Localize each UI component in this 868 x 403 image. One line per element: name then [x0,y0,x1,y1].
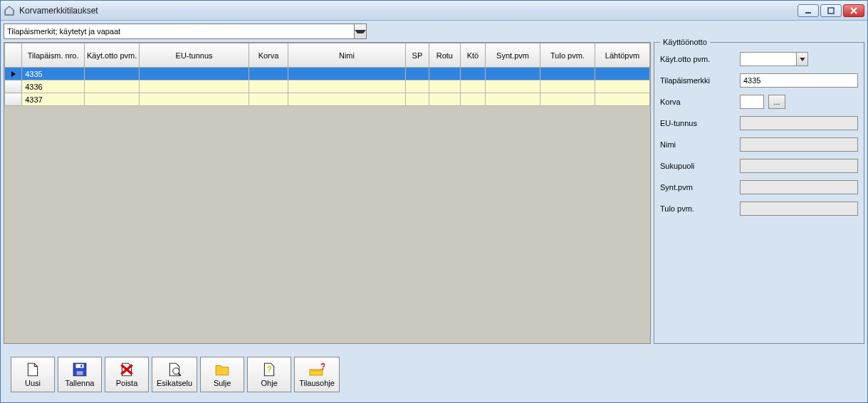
field-label: Tulo pvm. [660,204,740,213]
grid-cell[interactable] [140,68,249,80]
grid-cell[interactable] [249,68,288,80]
window-title: Korvamerkkitilaukset [19,6,798,16]
preview-icon [167,362,182,377]
save-button[interactable]: Tallenna [58,357,102,392]
grid-cell[interactable] [460,68,485,80]
grid-cell[interactable] [540,93,595,106]
row-selector[interactable] [5,68,22,80]
field-label: Sukupuoli [660,162,740,170]
grid-cell[interactable]: 4337 [22,93,85,106]
grid-cell[interactable] [595,93,649,106]
row-selector[interactable] [5,93,22,106]
grid-cell[interactable] [288,93,405,106]
grid-cell[interactable] [288,80,405,93]
grid-cell[interactable] [595,80,649,93]
grid-cell[interactable] [429,93,460,106]
tilapaismerkki-field[interactable]: 4335 [740,73,858,88]
grid-header[interactable]: Tulo pvm. [540,43,595,68]
grid-header[interactable]: Ktö [460,43,485,68]
grid-cell[interactable] [405,93,429,106]
svg-rect-1 [828,8,834,14]
svg-rect-4 [77,371,83,375]
grid-cell[interactable]: 4336 [22,80,85,93]
grid-cell[interactable] [540,68,595,80]
grid-cell[interactable] [405,80,429,93]
grid-cell[interactable] [486,80,540,93]
new-button[interactable]: Uusi [11,357,55,392]
grid-cell[interactable] [486,68,540,80]
panel-legend: Käyttöönotto [660,38,710,46]
field-label: Nimi [660,140,740,149]
preview-button[interactable]: Esikatselu [152,357,197,392]
grid-cell[interactable] [288,68,405,80]
field-label: Käyt.otto pvm. [660,55,740,63]
row-pointer-icon [11,71,16,77]
new-file-icon [25,362,41,377]
grid-header[interactable]: Rotu [429,43,460,68]
grid-cell[interactable]: 4335 [22,68,85,80]
svg-text:?: ? [266,365,271,375]
grid-cell[interactable] [85,68,140,80]
window-controls [798,4,864,17]
help-icon: ? [261,362,277,377]
grid-header[interactable]: Nimi [288,43,405,68]
grid-cell[interactable] [429,68,460,80]
minimize-button[interactable] [798,4,819,17]
titlebar: Korvamerkkitilaukset [1,1,867,21]
grid-cell[interactable] [429,80,460,93]
grid-header[interactable]: Tilapäism. nro. [22,43,85,68]
delete-button[interactable]: Poista [105,357,149,392]
svg-rect-3 [76,364,84,368]
delete-icon [119,362,135,377]
korva-browse-button[interactable]: ... [768,95,785,109]
toolbar: Uusi Tallenna Poista Esikatselu Sulje [4,344,864,399]
grid-header[interactable]: Käyt.otto pvm. [85,43,140,68]
grid-cell[interactable] [85,80,140,93]
row-selector[interactable] [5,80,22,93]
grid-cell[interactable] [140,80,249,93]
grid-cell[interactable] [405,68,429,80]
grid-cell[interactable] [85,93,140,106]
grid-cell[interactable] [249,93,288,106]
folder-icon [214,362,230,377]
grid-header[interactable]: SP [405,43,429,68]
grid-header[interactable]: Korva [249,43,288,68]
svg-rect-0 [805,12,811,14]
ruler-help-icon: ? [309,362,325,377]
order-guide-button[interactable]: ? Tilausohje [294,357,340,392]
app-icon [4,5,15,16]
help-button[interactable]: ? Ohje [247,357,291,392]
grid-header[interactable]: EU-tunnus [140,43,249,68]
field-label: Synt.pvm [660,183,740,192]
grid-header[interactable]: Lähtöpvm [595,43,649,68]
grid-cell[interactable] [249,80,288,93]
filter-combo[interactable]: Tilapäismerkit; käytetyt ja vapaat [4,23,367,39]
grid-cell[interactable] [140,93,249,106]
grid-cell[interactable] [460,80,485,93]
grid-cell[interactable] [486,93,540,106]
field-label: Tilapäismerkki [660,76,740,85]
close-button-toolbar[interactable]: Sulje [200,357,244,392]
grid-header-row: Tilapäism. nro. Käyt.otto pvm. EU-tunnus… [5,43,650,68]
svg-rect-5 [80,365,82,367]
table-row[interactable]: 4337 [5,93,650,106]
sukupuoli-field [740,159,858,173]
grid-cell[interactable] [540,80,595,93]
filter-combo-value: Tilapäismerkit; käytetyt ja vapaat [4,27,354,36]
grid-header[interactable]: Synt.pvm [486,43,540,68]
field-label: Korva [660,98,740,106]
close-button[interactable] [843,4,864,17]
data-grid[interactable]: Tilapäism. nro. Käyt.otto pvm. EU-tunnus… [4,42,651,344]
kaytottopvm-combo[interactable] [740,52,808,66]
table-row[interactable]: 4335 [5,68,650,80]
korva-field[interactable] [740,95,764,109]
chevron-down-icon[interactable] [354,24,366,38]
table-row[interactable]: 4336 [5,80,650,93]
field-label: EU-tunnus [660,119,740,127]
grid-cell[interactable] [460,93,485,106]
nimi-field [740,137,858,152]
grid-cell[interactable] [595,68,649,80]
chevron-down-icon[interactable] [796,53,807,66]
maximize-button[interactable] [820,4,842,17]
floppy-icon [72,362,88,377]
